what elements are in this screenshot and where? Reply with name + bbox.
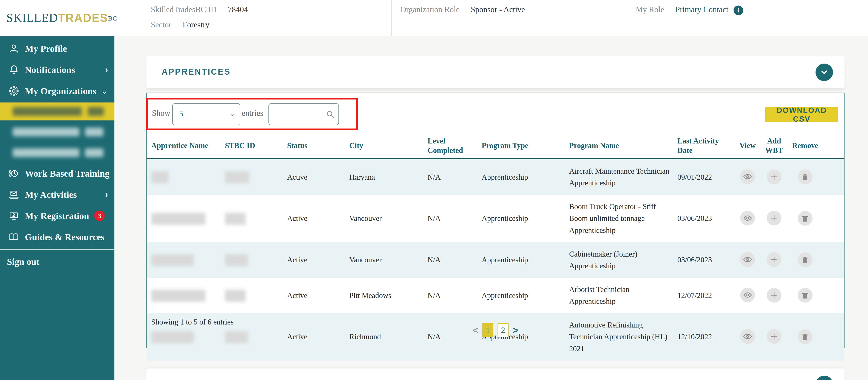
info-icon[interactable]: i bbox=[734, 5, 743, 15]
col-last-activity-date: Last Activity Date bbox=[677, 136, 735, 155]
remove-button[interactable] bbox=[798, 288, 812, 303]
my-role-label: My Role bbox=[636, 5, 664, 14]
cell-program-type: Apprenticeship bbox=[482, 284, 569, 308]
cell-program-type: Apprenticeship bbox=[482, 165, 569, 189]
col-remove: Remove bbox=[788, 141, 823, 150]
cell-program-type: Apprenticeship bbox=[482, 207, 569, 230]
redacted-apprentice-name bbox=[151, 213, 205, 225]
redacted-org-id bbox=[85, 127, 103, 136]
sidebar-org-item[interactable] bbox=[0, 124, 115, 140]
primary-contact-link[interactable]: Primary Contact bbox=[675, 5, 728, 14]
select-chevron-icon: ⌄ bbox=[229, 110, 235, 118]
table-row: Active Haryana N/A Apprenticeship Aircra… bbox=[147, 159, 844, 195]
activities-mail-icon bbox=[7, 188, 21, 201]
organizations-icon bbox=[7, 85, 21, 97]
cell-program-name: Aircraft Maintenance Technician Apprenti… bbox=[569, 159, 677, 195]
cell-city: Vancouver bbox=[349, 207, 428, 230]
cell-status: Active bbox=[287, 284, 349, 308]
col-program-name: Program Name bbox=[569, 141, 677, 150]
pagination-page-1[interactable]: 1 bbox=[482, 323, 493, 337]
cell-last-activity: 03/06/2023 bbox=[677, 207, 735, 230]
redacted-org-id bbox=[88, 107, 104, 116]
sidebar-item-my-registration[interactable]: My Registration 3 bbox=[0, 205, 115, 226]
pagination-next-icon[interactable]: > bbox=[513, 323, 518, 337]
col-view: View bbox=[735, 141, 760, 150]
training-clock-icon bbox=[7, 168, 21, 179]
remove-button[interactable] bbox=[798, 211, 812, 226]
cell-level: N/A bbox=[428, 284, 482, 308]
cell-level: N/A bbox=[428, 165, 482, 189]
sidebar-item-work-based-training[interactable]: Work Based Training bbox=[0, 163, 115, 184]
cell-city: Vancouver bbox=[349, 248, 428, 272]
cell-status: Active bbox=[287, 165, 349, 189]
chevron-right-icon: › bbox=[105, 65, 108, 75]
redacted-apprentice-name bbox=[151, 254, 194, 266]
add-wbt-button[interactable] bbox=[767, 170, 781, 184]
sidebar-item-my-organizations[interactable]: My Organizations ⌄ bbox=[0, 80, 115, 101]
header-role-info: Organization Role Sponsor - Active bbox=[392, 0, 609, 36]
org-role-label: Organization Role bbox=[400, 5, 460, 14]
logo-trades: TRADES bbox=[58, 11, 108, 24]
download-csv-button[interactable]: DOWNLOAD CSV bbox=[765, 107, 838, 122]
cell-last-activity: 03/06/2023 bbox=[677, 248, 735, 272]
redacted-org-name bbox=[13, 127, 80, 136]
view-button[interactable] bbox=[740, 252, 755, 267]
sidebar-item-notifications[interactable]: Notifications › bbox=[0, 59, 115, 80]
sidebar-item-label: My Registration bbox=[25, 210, 89, 221]
cell-level: N/A bbox=[428, 248, 482, 272]
redacted-org-name bbox=[13, 148, 80, 157]
col-program-type: Program Type bbox=[482, 141, 569, 150]
pagination: < 1 2 > bbox=[147, 323, 844, 337]
sign-out-link[interactable]: Sign out bbox=[7, 256, 39, 267]
col-status: Status bbox=[287, 141, 349, 150]
view-button[interactable] bbox=[740, 288, 755, 302]
section-title: APPRENTICES bbox=[162, 67, 231, 77]
stbc-id-label: SkilledTradesBC ID bbox=[151, 5, 217, 14]
person-icon bbox=[7, 42, 21, 55]
entries-label: entries bbox=[242, 109, 263, 118]
header-org-info: SkilledTradesBC ID 78404 Sector Forestry bbox=[151, 0, 370, 36]
book-icon bbox=[7, 231, 21, 243]
cell-city: Pitt Meadows bbox=[349, 284, 428, 308]
sidebar-item-my-activities[interactable]: My Activities › bbox=[0, 184, 115, 205]
next-section-card bbox=[147, 369, 844, 380]
add-wbt-button[interactable] bbox=[767, 211, 781, 226]
view-button[interactable] bbox=[740, 169, 755, 184]
add-wbt-button[interactable] bbox=[767, 288, 781, 303]
redacted-org-name bbox=[13, 107, 82, 116]
cell-status: Active bbox=[287, 248, 349, 272]
remove-button[interactable] bbox=[798, 253, 812, 267]
bell-icon bbox=[7, 64, 21, 76]
redacted-org-id bbox=[85, 148, 103, 157]
skilledtradesbc-logo: SKILLEDTRADESBC bbox=[6, 11, 117, 25]
expand-section-button[interactable] bbox=[815, 376, 833, 380]
logo-skilled: SKILLED bbox=[6, 11, 58, 24]
remove-button[interactable] bbox=[798, 170, 812, 184]
chevron-down-icon bbox=[820, 68, 829, 77]
sidebar-org-item-active[interactable] bbox=[0, 103, 115, 120]
logo-bc: BC bbox=[108, 15, 117, 22]
page-size-value: 5 bbox=[179, 109, 183, 118]
search-input[interactable] bbox=[273, 106, 324, 122]
col-add-wbt: Add WBT bbox=[760, 136, 788, 155]
table-row: Active Vancouver N/A Apprenticeship Boom… bbox=[147, 195, 844, 242]
table-row: Active Pitt Meadows N/A Apprenticeship A… bbox=[147, 278, 844, 313]
pagination-prev-icon[interactable]: < bbox=[473, 323, 478, 337]
sidebar-item-my-profile[interactable]: My Profile bbox=[0, 38, 115, 59]
sidebar-item-label: My Profile bbox=[25, 43, 67, 54]
registration-monitor-icon bbox=[7, 210, 21, 222]
collapse-section-button[interactable] bbox=[815, 64, 833, 81]
cell-program-name: Cabinetmaker (Joiner) Apprenticeship bbox=[569, 242, 677, 278]
sidebar-org-item[interactable] bbox=[0, 144, 115, 161]
page-size-select[interactable]: 5 ⌄ bbox=[172, 103, 240, 125]
col-level-completed: Level Completed bbox=[428, 136, 482, 155]
sector-value: Forestry bbox=[183, 20, 210, 29]
add-wbt-button[interactable] bbox=[767, 252, 781, 267]
pagination-page-2[interactable]: 2 bbox=[498, 323, 508, 337]
search-box bbox=[269, 103, 339, 125]
sidebar-item-guides-resources[interactable]: Guides & Resources bbox=[0, 226, 115, 247]
show-label: Show bbox=[152, 109, 170, 118]
view-button[interactable] bbox=[740, 211, 755, 226]
cell-program-name: Arborist Technician Apprenticeship bbox=[569, 278, 677, 313]
table-header-row: Apprentice Name STBC ID Status City Leve… bbox=[147, 134, 844, 159]
